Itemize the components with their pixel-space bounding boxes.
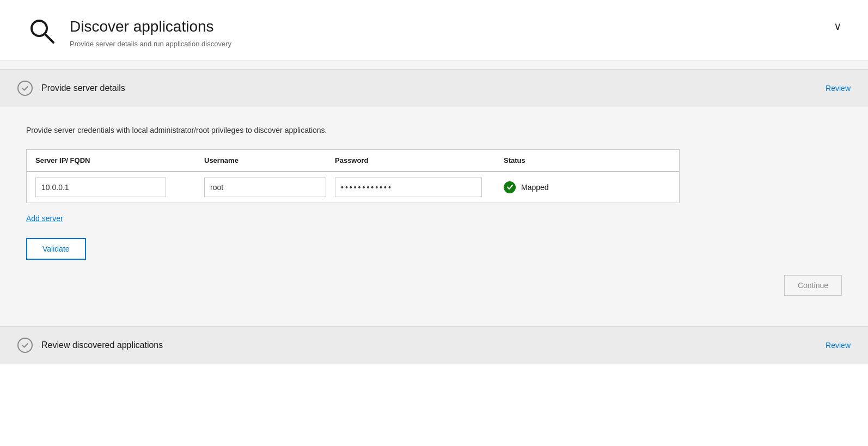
- page-title: Discover applications: [70, 17, 231, 36]
- header-left: Discover applications Provide server det…: [26, 15, 231, 49]
- step1-header-left: Provide server details: [17, 81, 125, 96]
- col-header-status: Status: [504, 156, 670, 164]
- continue-button[interactable]: Continue: [784, 275, 842, 296]
- header-section: Discover applications Provide server det…: [0, 0, 868, 60]
- step1-check-icon: [17, 81, 33, 96]
- page-container: Discover applications Provide server det…: [0, 0, 868, 364]
- col-header-ip: Server IP/ FQDN: [35, 156, 204, 164]
- step2-review-link[interactable]: Review: [826, 341, 851, 350]
- table-row: Mapped: [27, 172, 679, 203]
- password-input[interactable]: [335, 178, 482, 197]
- continue-area: Continue: [26, 275, 842, 296]
- status-text: Mapped: [521, 183, 549, 192]
- username-input[interactable]: [204, 178, 326, 197]
- step2-check-icon: [17, 338, 33, 353]
- col-header-username: Username: [204, 156, 335, 164]
- page-subtitle: Provide server details and run applicati…: [70, 39, 231, 49]
- search-icon: [26, 15, 59, 48]
- cell-ip: [35, 178, 204, 197]
- step2-title: Review discovered applications: [41, 340, 163, 350]
- server-table: Server IP/ FQDN Username Password Status: [26, 149, 680, 203]
- step1-body: Provide server credentials with local ad…: [0, 107, 868, 317]
- add-server-link[interactable]: Add server: [26, 214, 63, 223]
- collapse-icon[interactable]: ∨: [834, 15, 842, 33]
- step1-description: Provide server credentials with local ad…: [26, 125, 842, 136]
- cell-status: Mapped: [504, 181, 670, 193]
- step1-header: Provide server details Review: [0, 69, 868, 107]
- validate-button-container: Validate: [26, 238, 842, 260]
- step2-header-left: Review discovered applications: [17, 338, 163, 353]
- mapped-check-icon: [504, 181, 516, 193]
- table-header-row: Server IP/ FQDN Username Password Status: [27, 150, 679, 172]
- cell-username: [204, 178, 335, 197]
- step2-header: Review discovered applications Review: [0, 326, 868, 364]
- server-ip-input[interactable]: [35, 178, 166, 197]
- step1-review-link[interactable]: Review: [826, 84, 851, 93]
- header-text: Discover applications Provide server det…: [70, 15, 231, 49]
- step1-title: Provide server details: [41, 83, 125, 93]
- steps-wrapper: Provide server details Review Provide se…: [0, 60, 868, 364]
- validate-button[interactable]: Validate: [26, 238, 86, 260]
- col-header-password: Password: [335, 156, 504, 164]
- svg-line-1: [45, 34, 53, 42]
- cell-password: [335, 178, 504, 197]
